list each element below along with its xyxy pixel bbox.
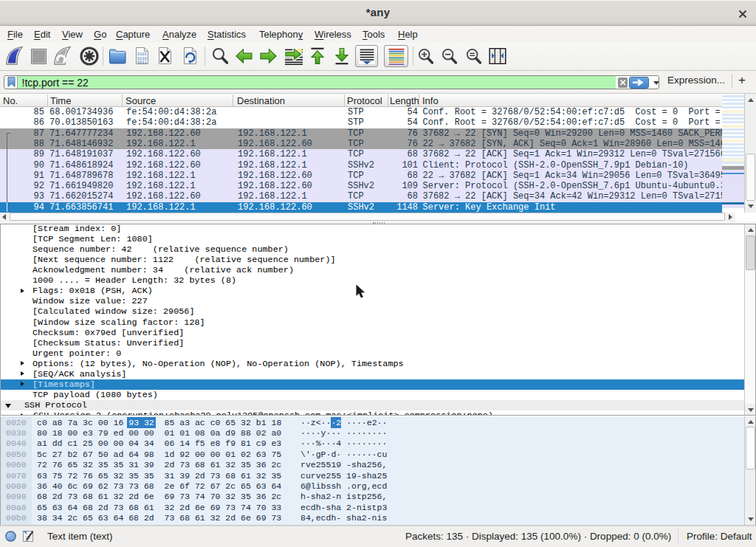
svg-text:0011: 0011 — [137, 61, 147, 65]
